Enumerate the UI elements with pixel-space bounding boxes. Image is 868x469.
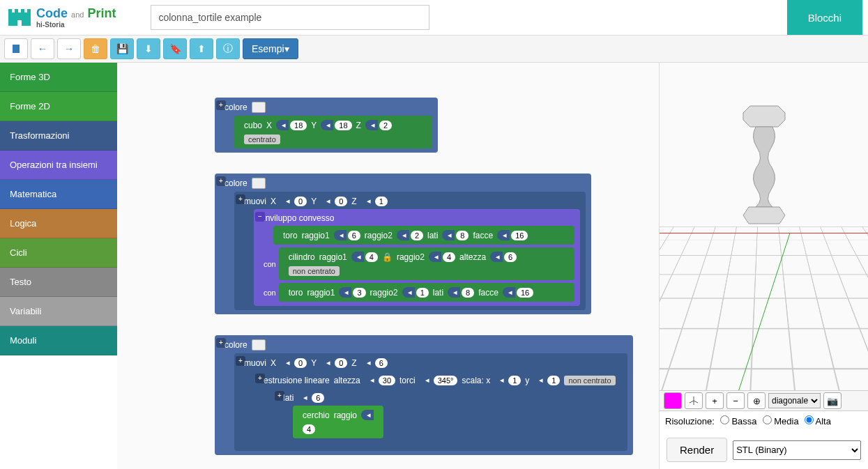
field-x[interactable]: 0 bbox=[294, 358, 307, 368]
block-muovi-2[interactable]: + muovi X◂0 Y◂0 Z◂6 + estrusione lineare… bbox=[234, 353, 627, 451]
block-cerchio[interactable]: cerchio raggio◂4 bbox=[293, 406, 383, 438]
tab-blocchi[interactable]: Blocchi bbox=[787, 0, 862, 35]
field-facce[interactable]: 16 bbox=[517, 288, 533, 298]
forward-button[interactable]: → bbox=[57, 38, 81, 59]
field-x[interactable]: 18 bbox=[290, 121, 307, 130]
collapse-icon[interactable]: − bbox=[255, 212, 265, 222]
toolbar: ← → 🗑 💾 ⬇ 🔖 ⬆ ⓘ Esempi▾ bbox=[0, 35, 868, 63]
block-estrusione[interactable]: + estrusione lineare altezza◂30 torci◂34… bbox=[254, 371, 622, 447]
res-bassa[interactable]: Bassa bbox=[720, 415, 757, 426]
field-scalax[interactable]: 1 bbox=[508, 376, 521, 385]
field-lati[interactable]: 8 bbox=[462, 288, 474, 298]
block-toro-1[interactable]: toro raggio1◂6 raggio2◂2 lati◂8 facce◂16 bbox=[273, 226, 574, 245]
expand-icon[interactable]: + bbox=[236, 194, 245, 204]
block-cubo[interactable]: cubo X◂18 Y◂18 Z◂2 centrato bbox=[234, 116, 432, 148]
field-z[interactable]: 1 bbox=[375, 197, 388, 206]
back-button[interactable]: ← bbox=[31, 38, 54, 59]
res-alta[interactable]: Alta bbox=[805, 415, 831, 426]
block-lati[interactable]: + lati◂6 cerchio raggio◂4 bbox=[273, 388, 364, 443]
view-angle-select[interactable]: diagonale bbox=[768, 393, 821, 408]
expand-icon[interactable]: + bbox=[275, 391, 284, 401]
zoom-out-button[interactable]: − bbox=[726, 392, 745, 409]
field-r2[interactable]: 2 bbox=[411, 231, 423, 240]
cat-operazioni[interactable]: Operazioni tra insiemi bbox=[0, 151, 117, 180]
block-muovi-1[interactable]: + muovi X◂0 Y◂0 Z◂1 − inviluppo convesso… bbox=[234, 192, 586, 310]
delete-button[interactable]: 🗑 bbox=[84, 38, 107, 59]
grid-floor bbox=[660, 226, 868, 390]
camera-button[interactable]: 📷 bbox=[823, 392, 842, 409]
cat-moduli[interactable]: Moduli bbox=[0, 326, 117, 355]
field-z[interactable]: 6 bbox=[375, 358, 388, 368]
cat-testo[interactable]: Testo bbox=[0, 268, 117, 297]
mode-dropdown[interactable]: centrato bbox=[244, 134, 280, 144]
cat-variabili[interactable]: Variabili bbox=[0, 297, 117, 326]
field-raggio[interactable]: 4 bbox=[303, 424, 315, 434]
expand-icon[interactable]: + bbox=[255, 374, 265, 383]
expand-icon[interactable]: + bbox=[216, 100, 226, 110]
render-bar: Render STL (Binary) bbox=[660, 431, 868, 469]
field-alt[interactable]: 6 bbox=[504, 252, 517, 262]
label: Y bbox=[311, 197, 317, 206]
export-format-select[interactable]: STL (Binary) bbox=[733, 440, 861, 460]
cat-forme2d[interactable]: Forme 2D bbox=[0, 92, 117, 121]
block-workspace[interactable]: + colore cubo X◂18 Y◂18 Z◂2 centrato + c… bbox=[117, 63, 659, 469]
label: raggio2 bbox=[365, 231, 393, 240]
field-alt[interactable]: 30 bbox=[379, 376, 395, 385]
field-y[interactable]: 18 bbox=[335, 121, 351, 130]
expand-icon[interactable]: + bbox=[236, 356, 245, 366]
field-r2[interactable]: 4 bbox=[443, 252, 455, 262]
axes-button[interactable] bbox=[685, 392, 703, 409]
field-lati[interactable]: 8 bbox=[456, 231, 469, 240]
expand-icon[interactable]: + bbox=[216, 176, 226, 186]
field-r1[interactable]: 4 bbox=[365, 252, 378, 262]
cat-matematica[interactable]: Matematica bbox=[0, 180, 117, 209]
field-x[interactable]: 0 bbox=[294, 197, 307, 206]
3d-viewport[interactable] bbox=[660, 63, 868, 390]
save-button[interactable]: 💾 bbox=[110, 38, 134, 59]
expand-icon[interactable]: + bbox=[216, 338, 226, 348]
cat-forme3d[interactable]: Forme 3D bbox=[0, 63, 117, 92]
svg-marker-3 bbox=[743, 207, 785, 224]
bookmark-button[interactable]: 🔖 bbox=[163, 38, 187, 59]
cat-trasformazioni[interactable]: Trasformazioni bbox=[0, 121, 117, 151]
block-inviluppo[interactable]: − inviluppo convesso toro raggio1◂6 ragg… bbox=[254, 209, 580, 306]
reset-view-button[interactable]: ⊕ bbox=[747, 392, 766, 409]
color-swatch[interactable] bbox=[252, 178, 266, 189]
zoom-in-button[interactable]: + bbox=[706, 392, 724, 409]
mode-dropdown[interactable]: non centrato bbox=[289, 266, 340, 276]
upload-button[interactable]: ⬆ bbox=[190, 38, 213, 59]
new-button[interactable] bbox=[4, 38, 28, 59]
res-media[interactable]: Media bbox=[763, 415, 799, 426]
render-button[interactable]: Render bbox=[667, 438, 727, 462]
field-y[interactable]: 1 bbox=[547, 376, 560, 385]
lock-icon[interactable]: 🔒 bbox=[382, 252, 393, 262]
field-torci[interactable]: 345° bbox=[434, 376, 458, 385]
block-colore-1[interactable]: + colore cubo X◂18 Y◂18 Z◂2 centrato bbox=[215, 98, 438, 153]
label: estrusione lineare bbox=[264, 376, 330, 385]
color-swatch[interactable] bbox=[252, 339, 266, 351]
color-swatch[interactable] bbox=[252, 102, 266, 113]
label: torci bbox=[399, 376, 416, 385]
field-z[interactable]: 2 bbox=[379, 121, 392, 130]
project-title-input[interactable] bbox=[151, 5, 429, 30]
field-y[interactable]: 0 bbox=[335, 197, 347, 206]
field-facce[interactable]: 16 bbox=[511, 231, 528, 240]
file-icon bbox=[11, 44, 21, 54]
cat-cicli[interactable]: Cicli bbox=[0, 238, 117, 268]
label: Z bbox=[351, 358, 356, 368]
field-r2[interactable]: 1 bbox=[416, 288, 429, 298]
mode-dropdown[interactable]: non centrato bbox=[564, 376, 615, 385]
download-button[interactable]: ⬇ bbox=[137, 38, 160, 59]
esempi-dropdown[interactable]: Esempi▾ bbox=[243, 38, 298, 59]
field-lati[interactable]: 6 bbox=[312, 393, 324, 403]
help-button[interactable]: ⓘ bbox=[216, 38, 240, 59]
block-toro-2[interactable]: toro raggio1◂3 raggio2◂1 lati◂8 facce◂16 bbox=[279, 283, 574, 302]
color-toggle[interactable] bbox=[664, 392, 682, 409]
cat-logica[interactable]: Logica bbox=[0, 209, 117, 238]
field-r1[interactable]: 6 bbox=[348, 231, 360, 240]
block-cilindro[interactable]: cilindro raggio1◂4 🔒 raggio2◂4 altezza◂6… bbox=[279, 247, 574, 280]
field-r1[interactable]: 3 bbox=[353, 288, 365, 298]
field-y[interactable]: 0 bbox=[335, 358, 347, 368]
block-colore-3[interactable]: + colore + muovi X◂0 Y◂0 Z◂6 + estrusion… bbox=[215, 335, 633, 455]
block-colore-2[interactable]: + colore + muovi X◂0 Y◂0 Z◂1 − inviluppo… bbox=[215, 174, 591, 314]
